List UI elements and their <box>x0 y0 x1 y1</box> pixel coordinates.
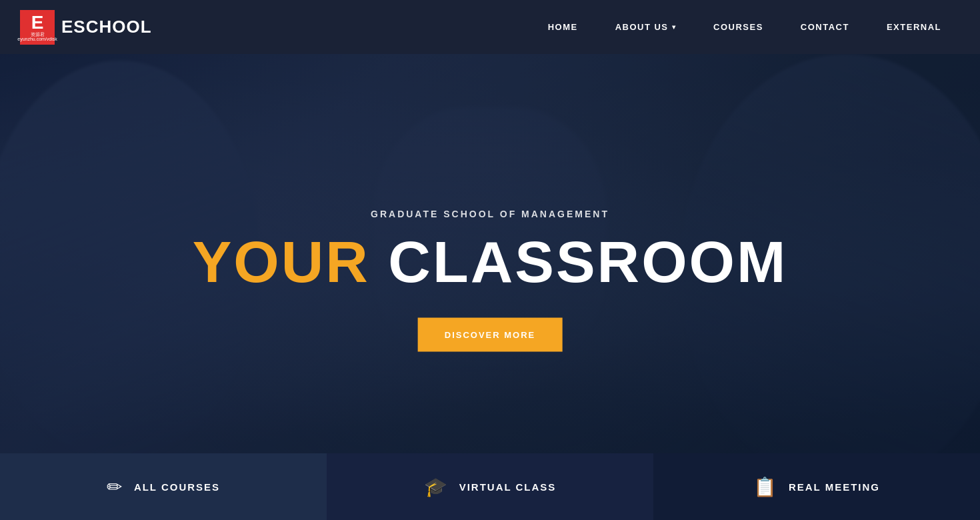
all-courses-label: ALL COURSES <box>134 481 220 493</box>
graduation-cap-icon <box>424 475 447 498</box>
hero-section: GRADUATE SCHOOL OF MANAGEMENT YOUR CLASS… <box>0 0 980 520</box>
all-courses-card[interactable]: ALL COURSES <box>0 453 327 520</box>
nav-courses[interactable]: COURSES <box>695 0 782 54</box>
navbar: E 资源君 eyunzhu.com/vdisk ESCHOOL HOME ABO… <box>0 0 980 54</box>
hero-subtitle: GRADUATE SCHOOL OF MANAGEMENT <box>193 209 788 219</box>
logo-brand: ESCHOOL <box>61 17 152 37</box>
chevron-down-icon: ▾ <box>672 23 677 31</box>
nav-contact[interactable]: CONTACT <box>782 0 868 54</box>
virtual-class-label: VIRTUAL CLASS <box>459 481 557 493</box>
hero-title-highlight: YOUR <box>193 229 370 295</box>
logo-brand-school: SCHOOL <box>73 17 151 37</box>
nav-external[interactable]: EXTERNAL <box>868 0 960 54</box>
nav-about-us-label: ABOUT US <box>615 22 669 32</box>
discover-more-button[interactable]: DISCOVER MORE <box>418 318 563 352</box>
logo-brand-text: E <box>61 17 73 37</box>
logo-box: E 资源君 eyunzhu.com/vdisk <box>20 10 55 45</box>
real-meeting-label: REAL MEETING <box>789 481 880 493</box>
hero-content: GRADUATE SCHOOL OF MANAGEMENT YOUR CLASS… <box>193 209 788 352</box>
nav-home[interactable]: HOME <box>529 0 597 54</box>
hero-title: YOUR CLASSROOM <box>193 233 788 291</box>
virtual-class-card[interactable]: VIRTUAL CLASS <box>327 453 653 520</box>
nav-about-us[interactable]: ABOUT US ▾ <box>597 0 695 54</box>
logo-sub2: eyunzhu.com/vdisk <box>17 37 57 41</box>
logo-letter: E <box>31 13 44 32</box>
real-meeting-card[interactable]: REAL MEETING <box>653 453 980 520</box>
bottom-cards: ALL COURSES VIRTUAL CLASS REAL MEETING <box>0 453 980 520</box>
notebook-icon <box>753 475 777 498</box>
logo-sub1: 资源君 <box>31 32 45 37</box>
hero-title-rest: CLASSROOM <box>370 229 787 295</box>
pencil-icon <box>107 475 122 498</box>
navbar-nav: HOME ABOUT US ▾ COURSES CONTACT EXTERNAL <box>529 0 960 54</box>
site-logo[interactable]: E 资源君 eyunzhu.com/vdisk ESCHOOL <box>20 10 152 45</box>
